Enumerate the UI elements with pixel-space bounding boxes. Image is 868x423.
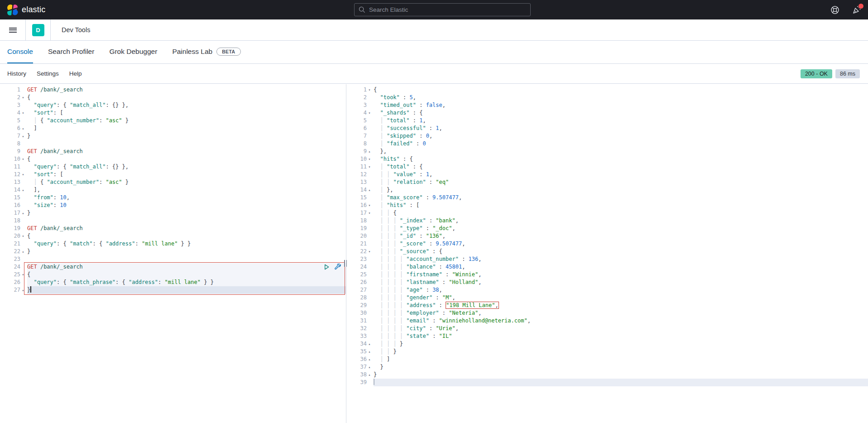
editor-line[interactable]: 16▾ │ "hits" : [ [346,202,868,209]
code-line[interactable]: │ │ "relation" : "eq" [374,178,868,186]
app-badge[interactable]: D [32,24,44,36]
code-line[interactable]: ], [27,186,346,194]
fold-toggle-icon[interactable]: ▴ [367,348,372,356]
code-line[interactable]: "query": { "match_phrase": { "address": … [27,279,346,286]
editor-line[interactable]: 3 "query": { "match_all": {} }, [0,101,346,109]
settings-link[interactable]: Settings [37,70,59,77]
editor-line[interactable]: 11▾ │ "total" : { [346,163,868,171]
fold-toggle-icon[interactable]: ▾ [367,248,372,255]
editor-line[interactable]: 30 │ │ │ │ "employer" : "Neteria", [346,309,868,317]
code-line[interactable]: "timed_out" : false, [374,101,868,109]
editor-line[interactable]: 7 │ "skipped" : 0, [346,132,868,140]
code-line[interactable]: GET /bank/_search [27,148,346,155]
editor-line[interactable]: 1▾{ [346,86,868,94]
editor-line[interactable]: 7▴} [0,132,346,140]
editor-line[interactable]: 27 │ │ │ │ "age" : 38, [346,286,868,294]
editor-line[interactable]: 13 │ { "account_number": "asc" } [0,178,346,186]
editor-line[interactable]: 39 [346,379,868,386]
code-line[interactable]: │ │ │ "_index" : "bank", [374,217,868,225]
code-line[interactable]: │ │ │ │ "email" : "winnieholland@neteria… [374,317,868,325]
editor-line[interactable]: 23 │ │ │ │ "account_number" : 136, [346,255,868,263]
editor-line[interactable]: 22▾ │ │ │ "_source" : { [346,248,868,255]
code-line[interactable]: │ │ │ } [374,340,868,348]
menu-icon[interactable] [0,19,26,40]
editor-line[interactable]: 3 "timed_out" : false, [346,101,868,109]
code-line[interactable]: │ { "account_number": "asc" } [27,117,346,125]
editor-line[interactable]: 8 │ "failed" : 0 [346,140,868,148]
editor-line[interactable]: 14▴ │ }, [346,186,868,194]
code-line[interactable]: "sort": [ [27,171,346,178]
editor-line[interactable]: 26 │ │ │ │ "lastname" : "Holland", [346,279,868,286]
code-line[interactable]: │ { "account_number": "asc" } [27,178,346,186]
news-icon[interactable] [852,5,862,15]
editor-line[interactable]: 15 │ "max_score" : 9.507477, [346,194,868,202]
tab-search-profiler[interactable]: Search Profiler [48,41,95,63]
editor-line[interactable]: 21 "query": { "match": { "address": "mil… [0,240,346,248]
fold-toggle-icon[interactable]: ▾ [367,202,372,209]
code-line[interactable] [27,217,346,225]
code-line[interactable] [374,379,868,386]
editor-line[interactable]: 5 │ { "account_number": "asc" } [0,117,346,125]
fold-toggle-icon[interactable]: ▴ [367,340,372,348]
help-link[interactable]: Help [69,70,82,77]
fold-toggle-icon[interactable]: ▴ [367,371,372,379]
editor-line[interactable]: 38▴} [346,371,868,379]
fold-toggle-icon[interactable]: ▾ [367,86,372,94]
fold-toggle-icon[interactable]: ▾ [367,109,372,117]
code-line[interactable]: "query": { "match_all": {} }, [27,101,346,109]
fold-toggle-icon[interactable]: ▴ [20,286,26,294]
editor-line[interactable]: 9▴ }, [346,148,868,155]
code-line[interactable] [27,140,346,148]
code-line[interactable]: │ │ │ "_type" : "_doc", [374,225,868,232]
editor-line[interactable]: 18 │ │ │ "_index" : "bank", [346,217,868,225]
code-line[interactable]: │ │ │ "_score" : 9.507477, [374,240,868,248]
fold-toggle-icon[interactable]: ▾ [367,163,372,171]
code-line[interactable]: │ "hits" : [ [374,202,868,209]
editor-line[interactable]: 19GET /bank/_search [0,225,346,232]
global-search[interactable] [354,3,531,16]
editor-line[interactable]: 25 │ │ │ │ "firstname" : "Winnie", [346,271,868,279]
code-line[interactable]: │ "total" : 1, [374,117,868,125]
editor-line[interactable]: 10▾{ [0,155,346,163]
editor-line[interactable]: 17▾ │ │ { [346,209,868,217]
editor-line[interactable]: 4▾ "_shards" : { [346,109,868,117]
code-line[interactable]: │ │ } [374,348,868,356]
editor-line[interactable]: 24GET /bank/_search [0,263,346,271]
editor-line[interactable]: 6 │ "successful" : 1, [346,125,868,132]
code-line[interactable]: } [27,286,346,294]
code-line[interactable]: } [374,363,868,371]
fold-toggle-icon[interactable]: ▴ [367,356,372,363]
code-line[interactable]: ] [27,125,346,132]
editor-line[interactable]: 34▴ │ │ │ } [346,340,868,348]
code-line[interactable] [27,255,346,263]
fold-toggle-icon[interactable]: ▾ [20,155,26,163]
editor-line[interactable]: 16 "size": 10 [0,202,346,209]
fold-toggle-icon[interactable]: ▴ [20,186,26,194]
editor-line[interactable]: 28 │ │ │ │ "gender" : "M", [346,294,868,302]
editor-line[interactable]: 22▴} [0,248,346,255]
wrench-icon[interactable] [335,264,341,270]
fold-toggle-icon[interactable]: ▴ [20,248,26,255]
code-line[interactable]: │ ] [374,356,868,363]
tab-grok-debugger[interactable]: Grok Debugger [109,41,157,63]
editor-line[interactable]: 10▾ "hits" : { [346,155,868,163]
editor-line[interactable]: 27▴} [0,286,346,294]
code-line[interactable]: "sort": [ [27,109,346,117]
fold-toggle-icon[interactable]: ▴ [20,125,26,132]
editor-line[interactable]: 4▾ "sort": [ [0,109,346,117]
editor-line[interactable]: 33 │ │ │ │ "state" : "IL" [346,332,868,340]
editor-line[interactable]: 5 │ "total" : 1, [346,117,868,125]
editor-line[interactable]: 11 "query": { "match_all": {} }, [0,163,346,171]
editor-line[interactable]: 37▴ } [346,363,868,371]
code-line[interactable]: │ │ │ │ "city" : "Urie", [374,325,868,332]
code-line[interactable]: │ "failed" : 0 [374,140,868,148]
editor-line[interactable]: 32 │ │ │ │ "city" : "Urie", [346,325,868,332]
code-line[interactable]: { [27,271,346,279]
code-line[interactable]: │ │ │ │ "age" : 38, [374,286,868,294]
code-line[interactable]: "_shards" : { [374,109,868,117]
code-line[interactable]: GET /bank/_search [27,86,346,94]
code-line[interactable]: "from": 10, [27,194,346,202]
editor-line[interactable]: 20▾{ [0,232,346,240]
code-line[interactable]: │ "skipped" : 0, [374,132,868,140]
code-line[interactable]: │ │ │ │ "lastname" : "Holland", [374,279,868,286]
